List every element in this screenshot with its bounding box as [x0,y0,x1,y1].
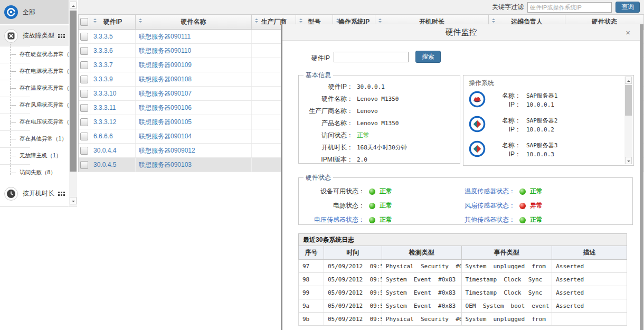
row-checkbox[interactable] [80,90,88,98]
log-column-header: 描述 [552,246,627,259]
query-button[interactable]: 查询 [615,2,640,13]
hw-status-text: 正常 [380,201,392,210]
select-all-checkbox[interactable] [80,18,88,26]
os-panel: 操作系统 名称：SAP服务器1IP：10.0.0.1名称：SAP服务器2IP：1… [463,75,634,166]
row-checkbox[interactable] [80,118,88,126]
hw-status-text: 正常 [380,187,392,196]
row-checkbox[interactable] [80,147,88,155]
basic-info-value: 168天4小时30分钟 [357,144,407,152]
all-target-icon [4,5,18,19]
scrollbar-thumb[interactable] [70,11,77,172]
scroll-down-icon[interactable] [625,157,632,164]
diamond-os-icon [469,140,486,159]
os-entry: 名称：SAP服务器3IP：10.0.0.3 [463,137,633,162]
sidebar-tree-item[interactable]: 存在电源状态异常（0） [0,63,69,80]
basic-info-row: IPMI版本：2.0 [299,154,460,166]
sort-icon[interactable] [139,18,142,23]
hardware-name-cell: 联想服务器090105 [136,115,252,129]
hw-status-label[interactable]: 风扇传感器状态： [457,201,515,210]
sort-icon[interactable] [255,18,258,23]
fault-type-menu-icon[interactable] [58,34,65,38]
hardware-name-link[interactable]: 联想服务器090111 [139,32,191,41]
hardware-ip-link[interactable]: 3.3.3.9 [93,76,113,83]
log-cell: Asserted [552,286,627,299]
scroll-down-icon[interactable] [70,197,77,204]
os-panel-scrollbar[interactable] [624,77,632,164]
sort-icon[interactable] [336,18,339,23]
row-checkbox[interactable] [80,76,88,83]
sidebar-item-all[interactable]: 全部 [0,0,69,25]
sort-icon[interactable] [378,18,382,23]
hardware-name-cell: 联想服务器0909012 [136,144,252,157]
hw-status-text: 异常 [530,201,543,210]
hardware-ip-link[interactable]: 3.3.3.10 [93,90,116,97]
hardware-ip-link[interactable]: 30.0.4.5 [93,161,116,168]
hw-status-label[interactable]: 温度传感器状态： [457,187,515,196]
basic-info-label: 生产厂商名称： [299,107,353,116]
hw-status-label[interactable]: 电压传感器状态： [299,215,365,224]
sidebar-tree-item[interactable]: 存在风扇状态异常（0） [0,97,69,114]
modal-search-button[interactable]: 搜索 [415,51,441,63]
hardware-ip-link[interactable]: 30.0.4.4 [93,147,116,154]
hardware-ip-cell: 3.3.3.10 [90,87,136,100]
hardware-name-link[interactable]: 联想服务器090107 [139,89,192,98]
hardware-name-link[interactable]: 联想服务器090109 [139,61,192,70]
row-checkbox-cell [79,44,90,58]
scrollbar-thumb[interactable] [625,85,632,116]
basic-info-row: 生产厂商名称：Lenovo [299,105,460,117]
basic-info-row: 硬件名称：Lenovo M1350 [299,93,460,105]
close-icon[interactable]: × [626,29,630,36]
sort-icon[interactable] [299,18,302,23]
column-header: 硬件IP [90,15,136,29]
sort-icon[interactable] [492,18,495,23]
redhat-os-icon [469,91,486,109]
hardware-name-link[interactable]: 联想服务器090110 [139,46,191,55]
column-header-label: 硬件名称 [181,17,206,26]
hw-status-item: 电压传感器状态：正常 [299,213,457,227]
hardware-ip-link[interactable]: 3.3.3.7 [93,61,113,69]
sidebar-tree: 存在硬盘状态异常（0）存在电源状态异常（0）存在温度状态异常（0）存在风扇状态异… [0,46,69,181]
hardware-name-link[interactable]: 联想服务器090106 [139,103,192,112]
row-checkbox[interactable] [80,47,88,55]
hardware-name-link[interactable]: 联想服务器090103 [139,161,192,169]
hardware-name-link[interactable]: 联想服务器090108 [139,75,192,84]
modal-title: 硬件监控 [282,24,640,41]
sidebar-tree-item[interactable]: 存在硬盘状态异常（0） [0,46,69,63]
sort-icon[interactable] [93,18,97,23]
row-checkbox[interactable] [80,161,88,169]
sidebar-item-fault-type[interactable]: 按故障类型 [0,25,69,46]
keyword-filter-input[interactable] [527,2,612,13]
scroll-up-icon[interactable] [625,77,632,84]
os-ip-line: IP：10.0.0.3 [492,150,558,159]
hardware-ip-link[interactable]: 3.3.3.12 [93,118,116,126]
sidebar-tree-item[interactable]: 存在其他异常（1） [0,130,69,147]
hardware-ip-cell: 3.3.3.11 [90,101,136,115]
row-checkbox[interactable] [80,104,88,112]
uptime-menu-icon[interactable] [58,192,65,196]
sidebar-tree-item[interactable]: 存在温度状态异常（0） [0,80,69,97]
hardware-name-cell: 联想服务器090104 [136,129,252,143]
log-cell: 05/09/2012 09:57:16 [324,286,382,299]
scroll-up-icon[interactable] [70,2,77,9]
hardware-ip-link[interactable]: 3.3.3.6 [93,47,113,54]
hardware-name-link[interactable]: 联想服务器090104 [139,132,192,141]
status-ok-dot-icon [369,217,375,223]
sidebar-tree-item[interactable]: 无故障主机（1） [0,147,69,164]
hw-status-label[interactable]: 其他传感器状态： [457,215,515,224]
row-checkbox-cell [79,30,90,43]
sidebar-scrollbar[interactable] [69,0,77,206]
hardware-ip-link[interactable]: 3.3.3.5 [93,33,113,40]
hardware-name-link[interactable]: 联想服务器0909012 [139,146,195,155]
row-checkbox[interactable] [80,33,88,41]
sidebar-tree-item[interactable]: 访问失败（8） [0,164,69,181]
row-checkbox[interactable] [80,61,88,69]
modal-ip-search-input[interactable] [334,52,409,62]
sidebar-tree-item[interactable]: 存在电压状态异常（0） [0,114,69,130]
row-checkbox[interactable] [80,133,88,140]
sidebar-item-uptime[interactable]: 按开机时长 [0,182,69,205]
os-entry-text: 名称：SAP服务器3IP：10.0.0.3 [492,141,558,159]
hw-status-text: 正常 [530,187,543,196]
hardware-ip-link[interactable]: 3.3.3.11 [93,104,116,111]
hardware-ip-link[interactable]: 6.6.6.6 [93,133,113,140]
hardware-name-link[interactable]: 联想服务器090105 [139,118,192,127]
